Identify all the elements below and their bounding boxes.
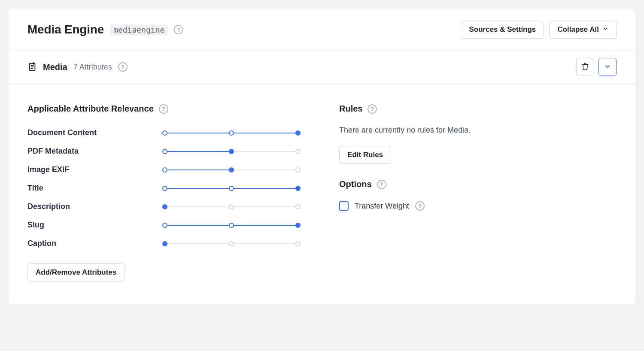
add-remove-attributes-label: Add/Remove Attributes [36, 268, 116, 277]
slider-stop[interactable] [295, 204, 301, 209]
slider-stop[interactable] [295, 223, 301, 228]
relevance-slider[interactable] [165, 241, 298, 247]
section-body: Applicable Attribute Relevance ? Documen… [9, 85, 635, 305]
title-group: Media Engine mediaengine ? [27, 23, 183, 36]
attribute-row: Caption [27, 239, 305, 248]
slider-stop[interactable] [229, 130, 234, 136]
section-right [576, 58, 617, 76]
relevance-slider[interactable] [165, 148, 298, 154]
slider-stop[interactable] [295, 167, 301, 172]
section-header: Media 7 Attributes ? [9, 49, 635, 85]
engine-slug: mediaengine [110, 24, 168, 35]
collapse-all-label: Collapse All [557, 25, 599, 34]
edit-rules-label: Edit Rules [347, 151, 383, 159]
attribute-row: Title [27, 184, 305, 193]
attribute-label: Title [27, 184, 165, 193]
slider-stop[interactable] [229, 167, 234, 172]
card-header: Media Engine mediaengine ? Sources & Set… [9, 9, 635, 49]
relevance-slider[interactable] [165, 222, 298, 228]
relevance-heading: Applicable Attribute Relevance ? [27, 104, 305, 114]
sources-settings-button[interactable]: Sources & Settings [461, 21, 544, 39]
relevance-slider[interactable] [165, 204, 298, 210]
collapse-section-button[interactable] [598, 58, 617, 76]
slider-stop[interactable] [229, 204, 234, 209]
attribute-row: Document Content [27, 128, 305, 137]
transfer-weight-label: Transfer Weight [355, 202, 409, 211]
attribute-label: Document Content [27, 128, 165, 137]
help-icon[interactable]: ? [377, 180, 386, 189]
help-icon[interactable]: ? [159, 104, 168, 114]
relevance-heading-text: Applicable Attribute Relevance [27, 104, 154, 114]
slider-stop[interactable] [229, 223, 234, 228]
transfer-weight-checkbox[interactable] [339, 201, 349, 211]
trash-icon [581, 63, 589, 72]
attribute-row: PDF Metadata [27, 147, 305, 156]
options-heading: Options ? [339, 179, 617, 189]
engine-card: Media Engine mediaengine ? Sources & Set… [9, 9, 635, 305]
slider-fill [165, 151, 231, 152]
slider-stop[interactable] [295, 149, 301, 154]
slider-stop[interactable] [229, 241, 234, 246]
attribute-row: Description [27, 202, 305, 211]
help-icon[interactable]: ? [415, 201, 425, 211]
slider-stop[interactable] [229, 149, 234, 154]
slider-stop[interactable] [162, 130, 167, 136]
attribute-label: Caption [27, 239, 165, 248]
add-remove-attributes-button[interactable]: Add/Remove Attributes [27, 263, 125, 281]
slider-stop[interactable] [162, 149, 167, 154]
slider-stop[interactable] [162, 186, 167, 191]
section-left: Media 7 Attributes ? [27, 62, 128, 72]
help-icon[interactable]: ? [118, 62, 128, 72]
rules-empty-text: There are currently no rules for Media. [339, 126, 617, 135]
header-actions: Sources & Settings Collapse All [461, 21, 617, 39]
rules-options-column: Rules ? There are currently no rules for… [339, 104, 617, 281]
attribute-label: Description [27, 202, 165, 211]
rules-heading-text: Rules [339, 104, 362, 114]
relevance-slider[interactable] [165, 167, 298, 173]
options-heading-text: Options [339, 179, 372, 189]
section-attribute-count: 7 Attributes [73, 63, 112, 72]
help-icon[interactable]: ? [174, 25, 183, 34]
relevance-column: Applicable Attribute Relevance ? Documen… [27, 104, 305, 281]
rules-heading: Rules ? [339, 104, 617, 114]
sources-settings-label: Sources & Settings [469, 25, 536, 34]
attribute-label: PDF Metadata [27, 147, 165, 156]
transfer-weight-row: Transfer Weight ? [339, 201, 617, 211]
attribute-label: Slug [27, 221, 165, 230]
slider-stop[interactable] [295, 130, 301, 136]
slider-stop[interactable] [162, 241, 167, 246]
slider-stop[interactable] [295, 241, 301, 246]
help-icon[interactable]: ? [368, 104, 377, 114]
slider-stop[interactable] [229, 186, 234, 191]
section-title: Media [43, 62, 67, 72]
relevance-slider[interactable] [165, 130, 298, 136]
chevron-down-icon [604, 63, 611, 71]
attribute-row: Slug [27, 221, 305, 230]
slider-stop[interactable] [295, 186, 301, 191]
engine-title: Media Engine [27, 23, 104, 36]
edit-rules-button[interactable]: Edit Rules [339, 146, 391, 164]
document-icon [27, 62, 37, 72]
attribute-label: Image EXIF [27, 165, 165, 174]
slider-stop[interactable] [162, 223, 167, 228]
relevance-slider[interactable] [165, 185, 298, 191]
chevron-down-icon [602, 25, 608, 34]
collapse-all-button[interactable]: Collapse All [549, 21, 617, 39]
slider-stop[interactable] [162, 167, 167, 172]
attribute-slider-list: Document ContentPDF MetadataImage EXIFTi… [27, 128, 305, 248]
delete-button[interactable] [576, 58, 594, 76]
attribute-row: Image EXIF [27, 165, 305, 174]
slider-fill [165, 169, 231, 170]
slider-stop[interactable] [162, 204, 167, 209]
